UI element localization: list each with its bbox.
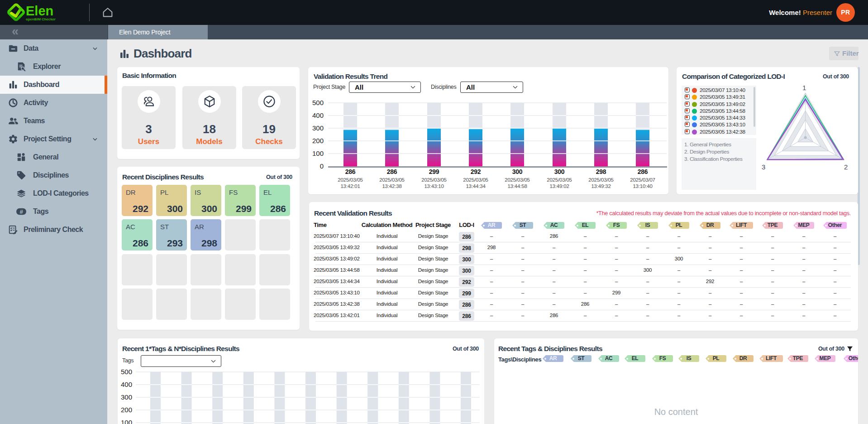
svg-text:0: 0 xyxy=(320,162,324,170)
svg-text:Elen: Elen xyxy=(26,4,53,18)
svg-text:#: # xyxy=(20,208,24,215)
svg-text:200: 200 xyxy=(312,137,324,145)
svg-text:200: 200 xyxy=(121,406,132,414)
svg-text:300: 300 xyxy=(312,124,324,132)
svg-text:400: 400 xyxy=(312,111,324,119)
svg-text:100: 100 xyxy=(312,149,324,157)
svg-text:400: 400 xyxy=(121,381,132,388)
svg-text:500: 500 xyxy=(312,99,324,106)
svg-text:openBIM Checker: openBIM Checker xyxy=(26,17,56,21)
svg-text:300: 300 xyxy=(121,393,132,401)
svg-text:500: 500 xyxy=(121,368,132,376)
svg-text:100: 100 xyxy=(121,419,132,424)
